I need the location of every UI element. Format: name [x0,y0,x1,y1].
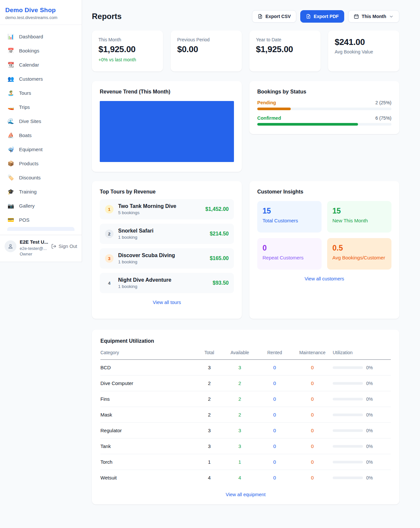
sidebar-item-dashboard[interactable]: 📊Dashboard [4,30,78,44]
cell-utilization: 0% [366,475,373,480]
tile-repeat-customers: 0 Repeat Customers [257,238,322,270]
status-count: 6 (75%) [375,115,391,121]
export-pdf-button[interactable]: Export PDF [300,10,344,23]
tile-total-customers: 15 Total Customers [257,201,322,233]
cell-rented: 0 [257,438,292,454]
stat-cards-row: This Month $1,925.00 +0% vs last month P… [92,30,399,71]
chevron-down-icon [389,14,394,19]
sidebar-item-training[interactable]: 🎓Training [4,185,78,199]
cell-total: 3 [196,438,222,454]
view-all-equipment-link[interactable]: View all equipment [100,492,391,497]
stat-delta: +0% vs last month [98,57,157,62]
sidebar-item-bookings[interactable]: 📅Bookings [4,44,78,58]
stat-card-this-month: This Month $1,925.00 +0% vs last month [92,30,163,71]
table-row: Torch 1 1 0 0 0% [100,454,391,470]
page-header: Reports Export CSV Export PDF This Month [92,10,399,23]
equipment-utilization-card: Equipment Utilization Category Total Ava… [92,330,399,504]
col-header-maintenance: Maintenance [292,350,333,360]
tour-row[interactable]: 1 Two Tank Morning Dive5 bookings $1,452… [100,199,234,219]
status-bar-fill [257,123,358,126]
view-all-tours-link[interactable]: View all tours [100,300,234,305]
status-count: 2 (25%) [375,100,391,105]
utilization-bar [333,398,363,400]
tour-bookings: 1 booking [118,235,154,240]
credit-card-icon: 💳 [7,217,14,223]
bookings-by-status-title: Bookings by Status [257,89,391,95]
user-role: Owner [20,251,48,257]
sidebar-item-reports-partial[interactable] [7,227,74,231]
cell-category: Dive Computer [100,376,196,391]
cell-rented: 0 [257,454,292,470]
shop-title: Demo Dive Shop [5,7,76,14]
sidebar-item-boats[interactable]: ⛵Boats [4,128,78,142]
status-bar-fill [257,108,291,110]
label-tag-icon: 🏷️ [7,174,14,181]
cell-utilization: 0% [366,381,373,386]
tour-name: Discover Scuba Diving [118,253,175,258]
cell-total: 3 [196,423,222,438]
cell-maintenance: 0 [292,391,333,407]
rank-badge: 1 [105,205,114,213]
tile-label: Avg Bookings/Customer [332,255,386,260]
tour-row[interactable]: 4 Night Dive Adventure1 booking $93.50 [100,273,234,293]
rank-badge: 4 [105,279,114,287]
cell-category: Mask [100,407,196,423]
cell-total: 2 [196,376,222,391]
package-icon: 📦 [7,160,14,167]
stat-card-avg-booking-value: $241.00 Avg Booking Value [328,30,399,71]
tile-label: Total Customers [262,218,316,223]
status-bar-track [257,108,391,110]
period-dropdown[interactable]: This Month [348,10,399,23]
tour-revenue: $93.50 [213,280,229,286]
col-header-total: Total [196,350,222,360]
person-icon [8,243,13,249]
col-header-available: Available [222,350,257,360]
sidebar-item-label: Discounts [19,175,41,180]
stat-value: $1,925.00 [98,44,157,54]
tile-value: 0.5 [332,244,386,253]
cell-total: 1 [196,454,222,470]
cell-rented: 0 [257,376,292,391]
logout-icon [51,244,56,249]
sidebar-item-equipment[interactable]: 🤿Equipment [4,142,78,156]
stat-card-year-to-date: Year to Date $1,925.00 [249,30,321,71]
sidebar-item-products[interactable]: 📦Products [4,156,78,171]
cell-utilization: 0% [366,459,373,465]
cell-utilization: 0% [366,396,373,402]
cell-available: 3 [222,423,257,438]
cell-utilization: 0% [366,444,373,449]
export-csv-button[interactable]: Export CSV [252,10,296,23]
tour-row[interactable]: 3 Discover Scuba Diving1 booking $165.00 [100,248,234,269]
cell-utilization: 0% [366,365,373,370]
equipment-utilization-title: Equipment Utilization [100,338,391,344]
tour-row[interactable]: 2 Snorkel Safari1 booking $214.50 [100,224,234,244]
sidebar-item-label: Tours [19,90,31,96]
sidebar-nav: 📊Dashboard 📅Bookings 📆Calendar 👥Customer… [0,25,82,235]
sidebar-item-tours[interactable]: 🏝️Tours [4,86,78,100]
tour-revenue: $165.00 [210,255,229,261]
cell-available: 3 [222,438,257,454]
top-tours-title: Top Tours by Revenue [100,189,234,195]
sign-out-button[interactable]: Sign Out [51,244,77,249]
sidebar-item-dive-sites[interactable]: 🌊Dive Sites [4,114,78,128]
file-download-icon [306,14,311,19]
sidebar-item-pos[interactable]: 💳POS [4,213,78,227]
cell-total: 3 [196,360,222,376]
sidebar-item-discounts[interactable]: 🏷️Discounts [4,171,78,185]
stat-value: $241.00 [335,37,393,47]
sidebar-item-customers[interactable]: 👥Customers [4,72,78,86]
speedboat-icon: 🚤 [7,104,14,110]
cell-maintenance: 0 [292,470,333,486]
cell-rented: 0 [257,407,292,423]
view-all-customers-link[interactable]: View all customers [257,276,391,281]
cell-utilization: 0% [366,428,373,433]
camera-icon: 📷 [7,203,14,209]
sidebar-item-trips[interactable]: 🚤Trips [4,100,78,114]
tour-revenue: $1,452.00 [205,206,229,212]
sidebar-item-calendar[interactable]: 📆Calendar [4,58,78,72]
cell-maintenance: 0 [292,438,333,454]
top-tours-card: Top Tours by Revenue 1 Two Tank Morning … [92,181,242,319]
sidebar-item-gallery[interactable]: 📷Gallery [4,199,78,213]
main-content: Reports Export CSV Export PDF This Month [82,0,420,504]
table-row: Tank 3 3 0 0 0% [100,438,391,454]
